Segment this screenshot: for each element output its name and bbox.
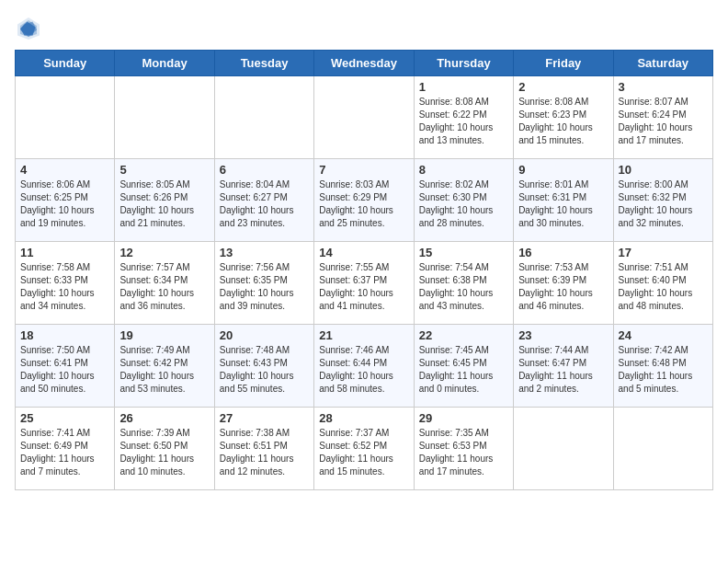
calendar-cell: 29Sunrise: 7:35 AM Sunset: 6:53 PM Dayli…	[414, 408, 513, 490]
day-info: Sunrise: 7:56 AM Sunset: 6:35 PM Dayligh…	[220, 261, 309, 313]
day-info: Sunrise: 7:44 AM Sunset: 6:47 PM Dayligh…	[518, 344, 608, 396]
day-number: 5	[119, 163, 209, 177]
calendar-cell: 16Sunrise: 7:53 AM Sunset: 6:39 PM Dayli…	[514, 242, 613, 325]
day-number: 26	[119, 411, 209, 425]
weekday-header-monday: Monday	[115, 51, 214, 76]
day-info: Sunrise: 8:02 AM Sunset: 6:30 PM Dayligh…	[419, 178, 508, 230]
calendar-cell: 10Sunrise: 8:00 AM Sunset: 6:32 PM Dayli…	[613, 159, 712, 242]
calendar-cell: 22Sunrise: 7:45 AM Sunset: 6:45 PM Dayli…	[414, 325, 513, 408]
calendar-cell: 12Sunrise: 7:57 AM Sunset: 6:34 PM Dayli…	[115, 242, 214, 325]
calendar-cell	[613, 408, 712, 490]
weekday-header-row: SundayMondayTuesdayWednesdayThursdayFrid…	[16, 51, 713, 76]
day-info: Sunrise: 7:42 AM Sunset: 6:48 PM Dayligh…	[619, 344, 708, 396]
day-number: 16	[518, 246, 608, 259]
day-number: 25	[20, 411, 109, 425]
day-number: 6	[220, 163, 309, 177]
weekday-header-sunday: Sunday	[16, 51, 115, 76]
day-info: Sunrise: 8:07 AM Sunset: 6:24 PM Dayligh…	[619, 96, 708, 147]
day-info: Sunrise: 7:58 AM Sunset: 6:33 PM Dayligh…	[20, 261, 109, 313]
day-info: Sunrise: 8:05 AM Sunset: 6:26 PM Dayligh…	[119, 178, 209, 230]
calendar-week-5: 25Sunrise: 7:41 AM Sunset: 6:49 PM Dayli…	[16, 408, 713, 490]
day-info: Sunrise: 8:06 AM Sunset: 6:25 PM Dayligh…	[20, 178, 109, 230]
calendar-cell: 2Sunrise: 8:08 AM Sunset: 6:23 PM Daylig…	[514, 76, 613, 159]
day-number: 1	[419, 80, 508, 94]
day-info: Sunrise: 7:49 AM Sunset: 6:42 PM Dayligh…	[119, 344, 209, 396]
day-info: Sunrise: 7:54 AM Sunset: 6:38 PM Dayligh…	[419, 261, 508, 313]
calendar-cell: 11Sunrise: 7:58 AM Sunset: 6:33 PM Dayli…	[16, 242, 115, 325]
day-info: Sunrise: 7:38 AM Sunset: 6:51 PM Dayligh…	[220, 427, 309, 478]
day-number: 14	[319, 246, 408, 259]
day-info: Sunrise: 8:08 AM Sunset: 6:22 PM Dayligh…	[419, 96, 508, 147]
logo	[15, 15, 46, 42]
calendar-week-4: 18Sunrise: 7:50 AM Sunset: 6:41 PM Dayli…	[16, 325, 713, 408]
day-number: 17	[619, 246, 708, 259]
day-number: 8	[419, 163, 508, 177]
calendar-cell: 15Sunrise: 7:54 AM Sunset: 6:38 PM Dayli…	[414, 242, 513, 325]
calendar-cell: 21Sunrise: 7:46 AM Sunset: 6:44 PM Dayli…	[314, 325, 414, 408]
calendar-week-1: 1Sunrise: 8:08 AM Sunset: 6:22 PM Daylig…	[16, 76, 713, 159]
day-info: Sunrise: 8:04 AM Sunset: 6:27 PM Dayligh…	[220, 178, 309, 230]
day-info: Sunrise: 7:51 AM Sunset: 6:40 PM Dayligh…	[619, 261, 708, 313]
day-info: Sunrise: 8:08 AM Sunset: 6:23 PM Dayligh…	[518, 96, 608, 147]
weekday-header-thursday: Thursday	[414, 51, 513, 76]
day-info: Sunrise: 7:50 AM Sunset: 6:41 PM Dayligh…	[20, 344, 109, 396]
page-header	[15, 15, 713, 42]
day-info: Sunrise: 7:39 AM Sunset: 6:50 PM Dayligh…	[119, 427, 209, 478]
day-number: 4	[20, 163, 109, 177]
day-info: Sunrise: 7:37 AM Sunset: 6:52 PM Dayligh…	[319, 427, 408, 478]
weekday-header-tuesday: Tuesday	[214, 51, 313, 76]
weekday-header-friday: Friday	[514, 51, 613, 76]
calendar-cell: 7Sunrise: 8:03 AM Sunset: 6:29 PM Daylig…	[314, 159, 414, 242]
calendar-cell: 9Sunrise: 8:01 AM Sunset: 6:31 PM Daylig…	[514, 159, 613, 242]
day-number: 29	[419, 411, 508, 425]
day-info: Sunrise: 8:00 AM Sunset: 6:32 PM Dayligh…	[619, 178, 708, 230]
calendar-cell: 20Sunrise: 7:48 AM Sunset: 6:43 PM Dayli…	[214, 325, 313, 408]
day-info: Sunrise: 7:57 AM Sunset: 6:34 PM Dayligh…	[119, 261, 209, 313]
day-number: 18	[20, 328, 109, 342]
day-info: Sunrise: 7:46 AM Sunset: 6:44 PM Dayligh…	[319, 344, 408, 396]
day-number: 3	[619, 80, 708, 94]
calendar-cell	[214, 76, 313, 159]
day-number: 28	[319, 411, 408, 425]
calendar-cell: 19Sunrise: 7:49 AM Sunset: 6:42 PM Dayli…	[115, 325, 214, 408]
calendar-cell: 6Sunrise: 8:04 AM Sunset: 6:27 PM Daylig…	[214, 159, 313, 242]
calendar-week-2: 4Sunrise: 8:06 AM Sunset: 6:25 PM Daylig…	[16, 159, 713, 242]
calendar-cell	[115, 76, 214, 159]
calendar-cell: 24Sunrise: 7:42 AM Sunset: 6:48 PM Dayli…	[613, 325, 712, 408]
calendar-cell: 26Sunrise: 7:39 AM Sunset: 6:50 PM Dayli…	[115, 408, 214, 490]
calendar-cell	[314, 76, 414, 159]
calendar-cell: 25Sunrise: 7:41 AM Sunset: 6:49 PM Dayli…	[16, 408, 115, 490]
calendar-cell	[16, 76, 115, 159]
day-info: Sunrise: 7:55 AM Sunset: 6:37 PM Dayligh…	[319, 261, 408, 313]
day-number: 13	[220, 246, 309, 259]
calendar-cell: 28Sunrise: 7:37 AM Sunset: 6:52 PM Dayli…	[314, 408, 414, 490]
day-number: 22	[419, 328, 508, 342]
day-number: 9	[518, 163, 608, 177]
calendar-cell	[514, 408, 613, 490]
day-number: 23	[518, 328, 608, 342]
day-number: 2	[518, 80, 608, 94]
calendar-cell: 8Sunrise: 8:02 AM Sunset: 6:30 PM Daylig…	[414, 159, 513, 242]
day-info: Sunrise: 8:01 AM Sunset: 6:31 PM Dayligh…	[518, 178, 608, 230]
calendar-cell: 1Sunrise: 8:08 AM Sunset: 6:22 PM Daylig…	[414, 76, 513, 159]
weekday-header-saturday: Saturday	[613, 51, 712, 76]
calendar-cell: 14Sunrise: 7:55 AM Sunset: 6:37 PM Dayli…	[314, 242, 414, 325]
calendar-cell: 3Sunrise: 8:07 AM Sunset: 6:24 PM Daylig…	[613, 76, 712, 159]
day-info: Sunrise: 7:41 AM Sunset: 6:49 PM Dayligh…	[20, 427, 109, 478]
day-number: 12	[119, 246, 209, 259]
calendar-cell: 18Sunrise: 7:50 AM Sunset: 6:41 PM Dayli…	[16, 325, 115, 408]
day-info: Sunrise: 7:45 AM Sunset: 6:45 PM Dayligh…	[419, 344, 508, 396]
day-info: Sunrise: 8:03 AM Sunset: 6:29 PM Dayligh…	[319, 178, 408, 230]
day-number: 21	[319, 328, 408, 342]
day-number: 19	[119, 328, 209, 342]
day-info: Sunrise: 7:48 AM Sunset: 6:43 PM Dayligh…	[220, 344, 309, 396]
day-number: 11	[20, 246, 109, 259]
weekday-header-wednesday: Wednesday	[314, 51, 414, 76]
day-number: 10	[619, 163, 708, 177]
day-number: 24	[619, 328, 708, 342]
calendar-cell: 5Sunrise: 8:05 AM Sunset: 6:26 PM Daylig…	[115, 159, 214, 242]
calendar-cell: 13Sunrise: 7:56 AM Sunset: 6:35 PM Dayli…	[214, 242, 313, 325]
calendar-cell: 17Sunrise: 7:51 AM Sunset: 6:40 PM Dayli…	[613, 242, 712, 325]
day-info: Sunrise: 7:53 AM Sunset: 6:39 PM Dayligh…	[518, 261, 608, 313]
calendar-week-3: 11Sunrise: 7:58 AM Sunset: 6:33 PM Dayli…	[16, 242, 713, 325]
